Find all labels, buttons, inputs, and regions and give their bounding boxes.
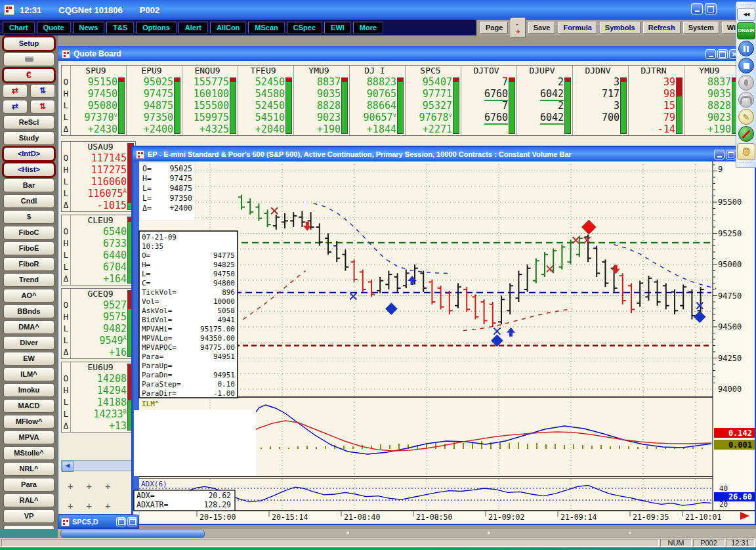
no-draw-button[interactable] bbox=[738, 126, 755, 142]
sidebar-item-vp[interactable]: VP bbox=[3, 509, 54, 523]
sidebar-item-ew[interactable]: EW bbox=[3, 352, 54, 366]
quote-value: 117275 bbox=[71, 164, 135, 176]
quote-column-djupv[interactable]: DJUPV2604226042 bbox=[517, 66, 573, 135]
menu-refresh-button[interactable]: Refresh bbox=[643, 22, 681, 33]
menu-page-button[interactable]: Page bbox=[480, 22, 508, 33]
pan-hand-button[interactable] bbox=[737, 143, 755, 160]
sidebar-item-intd[interactable]: <IntD> bbox=[3, 147, 54, 161]
minwin-restore-button[interactable] bbox=[116, 517, 126, 526]
menu--button[interactable]: -+ bbox=[511, 18, 525, 37]
stop-button[interactable] bbox=[738, 58, 755, 74]
sidebar-item-cndl[interactable]: Cndl bbox=[3, 194, 54, 208]
pause-button[interactable] bbox=[738, 41, 755, 56]
sidebar-item-bar[interactable]: Bar bbox=[3, 179, 54, 192]
quote-column-spu9[interactable]: SPU995150974509508097370v+2430 bbox=[71, 66, 127, 135]
sidebar-item-mflow[interactable]: MFlow^ bbox=[3, 415, 54, 429]
quote-column-spc5[interactable]: SPC595407977719532797678v+2271 bbox=[406, 66, 461, 135]
collapse-toolbar-button[interactable]: ◀◀ bbox=[737, 8, 755, 21]
quote-column-tfeu9[interactable]: TFEU952450545805245054510+2040 bbox=[238, 66, 294, 135]
on-air-button[interactable]: ONAIR bbox=[737, 22, 755, 39]
sidebar-item-setup[interactable]: Setup bbox=[3, 37, 54, 51]
menu-alert[interactable]: Alert bbox=[178, 22, 208, 33]
swap-arrows-button[interactable]: ⇄ bbox=[3, 100, 28, 114]
minimized-chart-window[interactable]: SPC5,D bbox=[58, 515, 139, 529]
scroll-left-icon[interactable]: ◀ bbox=[62, 461, 74, 472]
sidebar-item-rescl[interactable]: ReScl bbox=[3, 116, 54, 129]
menu-chart[interactable]: Chart bbox=[3, 22, 35, 33]
menu-mscan[interactable]: MScan bbox=[248, 22, 284, 33]
quote-column-cleu9[interactable]: CLEU96540673364406704+164 bbox=[71, 215, 135, 285]
sidebar-item-[interactable]: $ bbox=[3, 210, 54, 224]
quote-column-ymu9[interactable]: YMU98837903588289023+190 bbox=[684, 66, 740, 135]
quote-minimize-button[interactable] bbox=[705, 49, 716, 59]
menu-symbols-button[interactable]: Symbols bbox=[600, 22, 640, 33]
quote-horizontal-scrollbar[interactable]: ◀ bbox=[61, 460, 137, 471]
sidebar-item-fiboe[interactable]: FiboE bbox=[3, 242, 54, 255]
sidebar-item-dma[interactable]: DMA^ bbox=[3, 320, 54, 334]
sidebar-item-ao[interactable]: AO^ bbox=[3, 289, 54, 303]
sidebar-item-fibor[interactable]: FiboR bbox=[3, 257, 54, 271]
sidebar-item-diver[interactable]: Diver bbox=[3, 336, 54, 350]
menu-ts[interactable]: T&S bbox=[106, 22, 134, 33]
x-axis[interactable]: 20-15:0020-15:1421-08:4021-08:5021-09:02… bbox=[133, 511, 749, 523]
swap-arrows-button[interactable]: ⇅ bbox=[30, 100, 55, 114]
quote-column-eu6u9[interactable]: EU6U914208142941418814233B+13 bbox=[71, 362, 135, 432]
quote-column-dji[interactable]: DJ I88823907658866490657v+1844 bbox=[350, 66, 406, 135]
workspace-scrollbar[interactable] bbox=[58, 529, 756, 538]
quote-board-title-bar[interactable]: Quote Board × bbox=[58, 47, 744, 61]
sidebar-item-ilm[interactable]: ILM^ bbox=[3, 368, 54, 381]
menu-formula-button[interactable]: Formula bbox=[558, 22, 597, 33]
menu-more[interactable]: More bbox=[353, 22, 383, 33]
sidebar-item-mstolle[interactable]: MStolle^ bbox=[3, 446, 54, 460]
sidebar-item-mpva[interactable]: MPVA bbox=[3, 431, 54, 444]
sidebar-item-macd[interactable]: MACD bbox=[3, 399, 54, 413]
quote-block-eu6u9[interactable]: OHLLΔEU6U914208142941418814233B+13 bbox=[61, 362, 136, 433]
sidebar-item-hist[interactable]: <Hist> bbox=[3, 163, 54, 177]
sidebar-item-study[interactable]: Study bbox=[3, 131, 54, 145]
menu-news[interactable]: News bbox=[73, 22, 105, 33]
quote-column-usau9[interactable]: USAU9117145117275116060116075A-1015 bbox=[71, 142, 135, 211]
restore-button[interactable] bbox=[705, 3, 717, 14]
sidebar-item-para[interactable]: Para bbox=[3, 478, 54, 492]
sidebar-item-fiboc[interactable]: FiboC bbox=[3, 226, 54, 240]
menu-allcon[interactable]: AllCon bbox=[210, 22, 246, 33]
quote-column-djtov[interactable]: DJTOV7676076760 bbox=[461, 66, 517, 135]
chart-restore-button[interactable] bbox=[726, 150, 736, 159]
sidebar-item-trend[interactable]: Trend bbox=[3, 273, 54, 287]
menu-save-button[interactable]: Save bbox=[528, 22, 556, 33]
chart-title-bar[interactable]: EP - E-mini Standard & Poor's 500 (S&P 5… bbox=[133, 147, 755, 161]
quote-column-djtrn[interactable]: DJTRN39981579-14 bbox=[629, 66, 684, 135]
headset-button bbox=[738, 92, 755, 108]
quote-column-djdnv[interactable]: DJDNV37173700 bbox=[573, 66, 629, 135]
minwin-maximize-button[interactable] bbox=[127, 517, 137, 526]
sidebar-item-imoku[interactable]: Imoku bbox=[3, 383, 54, 397]
sidebar-item-bbnds[interactable]: BBnds bbox=[3, 305, 54, 318]
quote-block-cleu9[interactable]: OHLLΔCLEU96540673364406704+164 bbox=[61, 215, 136, 286]
toolbar-grip[interactable]: ····· bbox=[740, 161, 752, 165]
minimize-button[interactable] bbox=[691, 3, 703, 14]
quote-column-enqu9[interactable]: ENQU9155775160100155500159975+4325 bbox=[182, 66, 238, 135]
price-chart[interactable]: ILM^ADX(6)ADX=20.62ADXATR=128.29O=95025H… bbox=[133, 161, 755, 524]
svg-text:0.142: 0.142 bbox=[728, 429, 752, 438]
swap-arrows-button[interactable]: ⇅ bbox=[30, 84, 55, 98]
quote-column-gceq9[interactable]: GCEQ99527957594829549A+16 bbox=[71, 289, 135, 358]
quote-column-ymu9[interactable]: YMU98837903588289023+190 bbox=[294, 66, 350, 135]
menu-options[interactable]: Options bbox=[136, 22, 177, 33]
menu-ewi[interactable]: EWI bbox=[324, 22, 351, 33]
sidebar-item-ral[interactable]: RAL^ bbox=[3, 494, 54, 507]
print-button[interactable] bbox=[3, 53, 54, 66]
quote-block-gceq9[interactable]: OHLLΔGCEQ99527957594829549A+16 bbox=[61, 288, 136, 359]
highlighter-button[interactable]: ✎ bbox=[738, 109, 755, 125]
swap-arrows-button[interactable]: ⇄ bbox=[3, 84, 28, 98]
menu-cspec[interactable]: CSpec bbox=[287, 22, 322, 33]
sidebar-item-nrl[interactable]: NRL^ bbox=[3, 462, 54, 476]
scrollbar-thumb[interactable] bbox=[60, 530, 205, 538]
toolbar-grip[interactable]: ····· bbox=[740, 3, 752, 7]
quote-restore-button[interactable] bbox=[717, 49, 728, 59]
quote-column-epu9[interactable]: EPU995025974759487597350+2400 bbox=[127, 66, 182, 135]
chart-minimize-button[interactable] bbox=[714, 150, 724, 159]
currency-button[interactable]: € bbox=[3, 68, 54, 82]
menu-system-button[interactable]: System bbox=[683, 22, 719, 33]
quote-block-usau9[interactable]: OHLLΔUSAU9117145117275116060116075A-1015 bbox=[61, 141, 136, 212]
menu-quote[interactable]: Quote bbox=[37, 22, 71, 33]
